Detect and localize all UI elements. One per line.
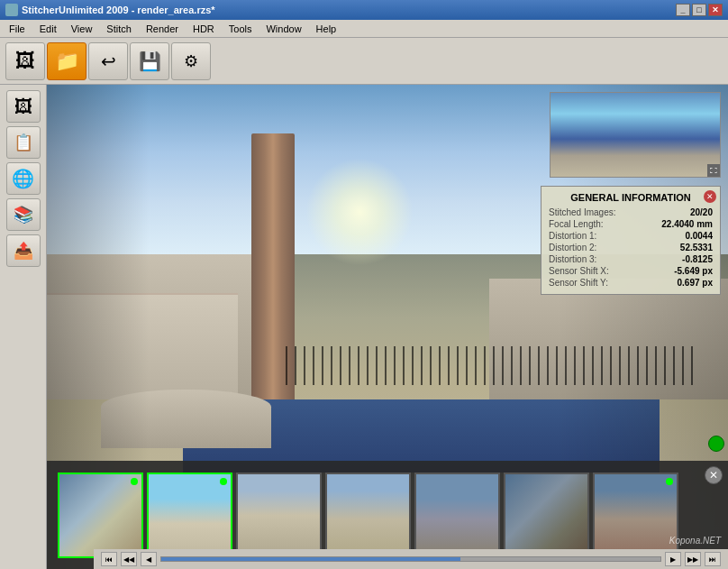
btn-first[interactable]: ⏮: [101, 552, 117, 566]
info-value-dist1: 0.0044: [685, 231, 713, 241]
mini-preview-expand[interactable]: ⛶: [707, 164, 720, 177]
arcade-building: [47, 293, 238, 399]
thumbnail-2[interactable]: [236, 473, 322, 558]
menu-view[interactable]: View: [64, 22, 100, 36]
info-row-focal: Focal Length: 22.4040 mm: [549, 218, 713, 230]
menu-hdr[interactable]: HDR: [186, 22, 222, 36]
thumbnail-0[interactable]: [58, 473, 143, 558]
info-value-stitched: 20/20: [690, 207, 713, 217]
toolbar-undo-btn[interactable]: ↩: [88, 42, 128, 80]
info-value-shifty: 0.697 px: [678, 278, 713, 288]
mini-preview-image: [551, 93, 720, 177]
maximize-button[interactable]: □: [692, 4, 706, 16]
toolbar-export-btn[interactable]: ⚙: [171, 42, 211, 80]
info-label-stitched: Stitched Images:: [549, 207, 615, 217]
info-label-shifty: Sensor Shift Y:: [549, 278, 608, 288]
toolbar-save-btn[interactable]: 💾: [130, 42, 169, 80]
btn-prev[interactable]: ◀: [141, 552, 157, 566]
info-row-shiftx: Sensor Shift X: -5.649 px: [549, 265, 713, 277]
info-panel-close[interactable]: ✕: [704, 190, 716, 203]
thumb-indicator-1: [220, 478, 227, 485]
info-row-shifty: Sensor Shift Y: 0.697 px: [549, 277, 713, 289]
sidebar-globe-btn[interactable]: 🌐: [6, 162, 41, 195]
menu-tools[interactable]: Tools: [222, 22, 259, 36]
window-title: StitcherUnlimited 2009 - render_area.rzs…: [22, 5, 215, 15]
left-sidebar: 🖼 📋 🌐 📚 📤: [0, 85, 47, 569]
status-indicator[interactable]: [708, 436, 724, 452]
fence: [286, 346, 695, 385]
thumb-image-2: [238, 474, 320, 556]
info-label-dist2: Distortion 2:: [549, 243, 596, 252]
btn-prev-fast[interactable]: ◀◀: [121, 552, 137, 566]
menu-bar: File Edit View Stitch Render HDR Tools W…: [0, 20, 728, 38]
info-label-dist1: Distortion 1:: [549, 231, 596, 241]
info-row-stitched: Stitched Images: 20/20: [549, 206, 713, 218]
info-value-dist2: 52.5331: [680, 243, 713, 252]
menu-window[interactable]: Window: [259, 22, 308, 36]
thumb-image-4: [416, 474, 498, 556]
menu-render[interactable]: Render: [139, 22, 186, 36]
menu-file[interactable]: File: [2, 22, 32, 36]
mini-preview[interactable]: ⛶: [550, 92, 721, 178]
thumb-image-6: [595, 474, 677, 556]
menu-stitch[interactable]: Stitch: [99, 22, 139, 36]
menu-edit[interactable]: Edit: [32, 22, 64, 36]
thumbnail-4[interactable]: [414, 473, 500, 558]
thumb-image-3: [327, 474, 409, 556]
thumb-indicator-0: [131, 478, 138, 485]
info-panel: GENERAL INFORMATION ✕ Stitched Images: 2…: [541, 186, 721, 295]
app-icon: [5, 4, 18, 16]
title-bar: StitcherUnlimited 2009 - render_area.rzs…: [0, 0, 728, 20]
toolbar-open-btn[interactable]: 📁: [47, 42, 86, 80]
thumbnail-1[interactable]: [147, 473, 232, 558]
info-row-dist2: Distortion 2: 52.5331: [549, 242, 713, 253]
btn-next-fast[interactable]: ▶▶: [685, 552, 701, 566]
main-area: 🖼 📋 🌐 📚 📤: [0, 85, 728, 569]
playback-controls: ⏮ ◀◀ ◀ ▶ ▶▶ ⏭: [94, 549, 728, 569]
info-label-shiftx: Sensor Shift X:: [549, 266, 609, 276]
progress-fill: [161, 557, 460, 561]
thumb-image-5: [505, 474, 587, 556]
thumbnail-6[interactable]: [593, 473, 678, 558]
info-value-shiftx: -5.649 px: [674, 266, 713, 276]
thumbnail-5[interactable]: [504, 473, 589, 558]
thumbnail-strip-close[interactable]: ✕: [705, 466, 723, 484]
info-label-dist3: Distortion 3:: [549, 254, 596, 264]
info-value-focal: 22.4040 mm: [661, 219, 713, 229]
progress-bar[interactable]: [160, 556, 661, 562]
menu-help[interactable]: Help: [309, 22, 344, 36]
info-label-focal: Focal Length:: [549, 219, 604, 229]
thumbnail-3[interactable]: [325, 473, 411, 558]
info-panel-title: GENERAL INFORMATION: [549, 192, 713, 203]
btn-next[interactable]: ▶: [665, 552, 681, 566]
window-controls[interactable]: _ □ ✕: [676, 4, 723, 16]
btn-last[interactable]: ⏭: [705, 552, 721, 566]
bridge: [101, 390, 271, 447]
sidebar-stack-btn[interactable]: 📚: [6, 198, 41, 231]
close-button[interactable]: ✕: [708, 4, 723, 16]
watermark: Kopona.NET: [669, 536, 721, 546]
viewport[interactable]: ⛶ GENERAL INFORMATION ✕ Stitched Images:…: [47, 85, 728, 569]
toolbar-new-btn[interactable]: 🖼: [5, 42, 45, 80]
minimize-button[interactable]: _: [676, 4, 690, 16]
toolbar: 🖼 📁 ↩ 💾 ⚙: [0, 38, 728, 85]
info-value-dist3: -0.8125: [682, 254, 713, 264]
thumb-image-0: [59, 474, 141, 556]
thumb-indicator-6: [666, 478, 673, 485]
sun-glare: [305, 158, 414, 266]
sidebar-layers-btn[interactable]: 📋: [6, 126, 41, 159]
sidebar-export-btn[interactable]: 📤: [6, 234, 41, 267]
sidebar-images-btn[interactable]: 🖼: [6, 90, 41, 123]
thumb-image-1: [149, 474, 231, 556]
info-row-dist3: Distortion 3: -0.8125: [549, 253, 713, 265]
info-row-dist1: Distortion 1: 0.0044: [549, 230, 713, 242]
